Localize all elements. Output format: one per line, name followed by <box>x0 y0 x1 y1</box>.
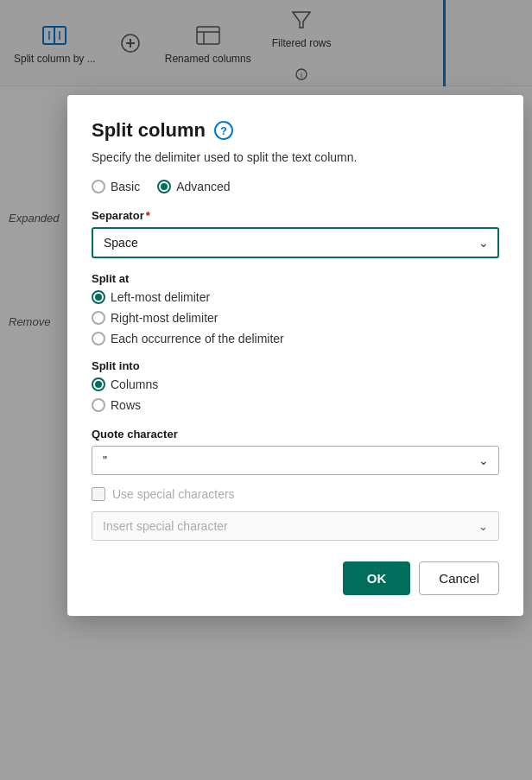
left-most-radio-label[interactable]: Left-most delimiter <box>92 290 499 304</box>
required-star: * <box>146 209 150 222</box>
insert-special-char-row[interactable]: Insert special character ⌄ <box>92 511 499 541</box>
right-most-radio-label[interactable]: Right-most delimiter <box>92 311 499 325</box>
quote-dropdown-arrow: ⌄ <box>478 453 489 467</box>
modal-subtitle: Specify the delimiter used to split the … <box>92 150 499 164</box>
columns-radio-label[interactable]: Columns <box>92 377 499 391</box>
rows-label: Rows <box>111 398 141 412</box>
ok-button[interactable]: OK <box>343 561 411 595</box>
separator-dropdown[interactable]: Space Comma Tab Colon Semicolon Custom <box>92 227 499 258</box>
split-into-label: Split into <box>92 359 499 372</box>
use-special-chars-checkbox[interactable] <box>92 487 105 501</box>
basic-label: Basic <box>111 180 140 193</box>
basic-radio-label[interactable]: Basic <box>92 180 140 193</box>
quote-character-value: " <box>103 453 107 467</box>
columns-label: Columns <box>111 377 158 391</box>
separator-label: Separator* <box>92 209 499 222</box>
use-special-chars-label: Use special characters <box>112 487 235 501</box>
cancel-button[interactable]: Cancel <box>419 561 499 595</box>
mode-radio-group: Basic Advanced <box>92 180 499 193</box>
use-special-chars-row: Use special characters <box>92 487 499 501</box>
advanced-radio-label[interactable]: Advanced <box>157 180 230 193</box>
quote-character-section: Quote character " ⌄ <box>92 428 499 475</box>
quote-character-dropdown[interactable]: " ⌄ <box>92 446 499 475</box>
each-occurrence-label: Each occurrence of the delimiter <box>111 332 284 346</box>
split-into-section: Split into Columns Rows <box>92 359 499 412</box>
separator-dropdown-wrapper: Space Comma Tab Colon Semicolon Custom ⌄ <box>92 227 499 258</box>
rows-radio[interactable] <box>92 398 105 412</box>
basic-radio[interactable] <box>92 180 105 193</box>
insert-special-char-arrow: ⌄ <box>478 520 488 533</box>
left-most-label: Left-most delimiter <box>111 290 210 304</box>
modal-footer: OK Cancel <box>92 561 499 595</box>
split-at-radio-group: Left-most delimiter Right-most delimiter… <box>92 290 499 346</box>
split-at-section: Split at Left-most delimiter Right-most … <box>92 272 499 346</box>
quote-character-dropdown-wrapper: " ⌄ <box>92 446 499 475</box>
modal-title: Split column <box>92 119 206 142</box>
each-occurrence-radio[interactable] <box>92 332 105 346</box>
right-most-radio[interactable] <box>92 311 105 325</box>
split-at-label: Split at <box>92 272 499 285</box>
columns-radio[interactable] <box>92 377 105 391</box>
right-most-label: Right-most delimiter <box>111 311 218 325</box>
rows-radio-label[interactable]: Rows <box>92 398 499 412</box>
modal-title-row: Split column ? <box>92 119 499 142</box>
quote-character-label: Quote character <box>92 428 499 441</box>
split-column-modal: Split column ? Specify the delimiter use… <box>67 95 523 616</box>
help-icon[interactable]: ? <box>214 121 233 140</box>
insert-special-char-label: Insert special character <box>103 519 472 533</box>
advanced-radio[interactable] <box>157 180 171 193</box>
split-into-radio-group: Columns Rows <box>92 377 499 412</box>
left-most-radio[interactable] <box>92 290 105 304</box>
each-occurrence-radio-label[interactable]: Each occurrence of the delimiter <box>92 332 499 346</box>
advanced-label: Advanced <box>176 180 230 193</box>
